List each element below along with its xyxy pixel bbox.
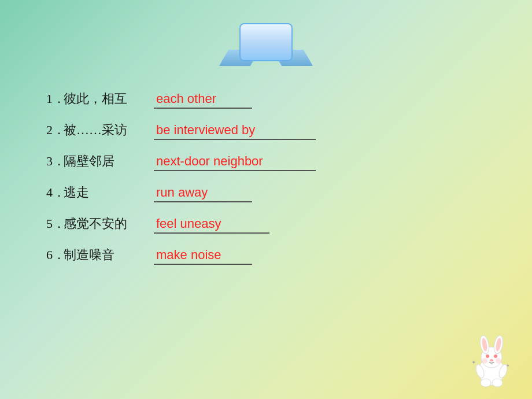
chinese-text-1: 彼此，相互 bbox=[64, 90, 145, 108]
rabbit-decoration: ✦ ✦ bbox=[468, 335, 515, 387]
svg-point-10 bbox=[496, 358, 501, 364]
chinese-text-2: 被……采访 bbox=[64, 121, 145, 139]
answer-text-3: next-door neighbor bbox=[154, 154, 265, 171]
vocab-item-3: 3． 隔壁邻居 next-door neighbor bbox=[46, 153, 532, 171]
vocab-item-2: 2． 被……采访 be interviewed by bbox=[46, 121, 532, 140]
vocab-list: 1． 彼此，相互 each other 2． 被……采访 be intervie… bbox=[46, 90, 532, 265]
svg-text:✦: ✦ bbox=[506, 363, 510, 368]
answer-text-2: be interviewed by bbox=[154, 123, 257, 139]
svg-point-14 bbox=[492, 379, 503, 387]
svg-text:✦: ✦ bbox=[471, 359, 476, 365]
answer-text-4: run away bbox=[154, 185, 210, 202]
answer-text-6: make noise bbox=[154, 247, 224, 264]
item-number-1: 1． bbox=[46, 90, 64, 108]
answer-container-5: feel uneasy bbox=[154, 216, 269, 234]
answer-text-5: feel uneasy bbox=[154, 216, 224, 233]
vocab-item-4: 4． 逃走 run away bbox=[46, 184, 532, 202]
chinese-text-5: 感觉不安的 bbox=[64, 215, 145, 232]
chinese-text-4: 逃走 bbox=[64, 184, 145, 201]
vocab-item-6: 6． 制造噪音 make noise bbox=[46, 246, 532, 265]
item-number-3: 3． bbox=[46, 153, 64, 170]
chinese-text-3: 隔壁邻居 bbox=[64, 153, 145, 170]
answer-text-1: each other bbox=[154, 91, 219, 108]
answer-container-6: make noise bbox=[154, 247, 252, 265]
item-number-6: 6． bbox=[46, 246, 64, 264]
item-number-4: 4． bbox=[46, 184, 64, 201]
item-number-2: 2． bbox=[46, 121, 64, 139]
answer-container-1: each other bbox=[154, 91, 252, 109]
svg-point-6 bbox=[486, 354, 489, 358]
answer-container-2: be interviewed by bbox=[154, 123, 316, 140]
svg-point-13 bbox=[481, 379, 491, 387]
vocab-item-5: 5． 感觉不安的 feel uneasy bbox=[46, 215, 532, 234]
item-number-5: 5． bbox=[46, 215, 64, 232]
svg-point-7 bbox=[494, 354, 497, 358]
answer-container-4: run away bbox=[154, 185, 252, 202]
svg-point-9 bbox=[482, 358, 487, 364]
title-section bbox=[0, 23, 532, 61]
answer-container-3: next-door neighbor bbox=[154, 154, 316, 171]
title-box bbox=[239, 23, 293, 61]
content-area: 1． 彼此，相互 each other 2． 被……采访 be intervie… bbox=[0, 90, 532, 265]
chinese-text-6: 制造噪音 bbox=[64, 246, 145, 264]
svg-point-8 bbox=[490, 359, 493, 361]
vocab-item-1: 1． 彼此，相互 each other bbox=[46, 90, 532, 109]
